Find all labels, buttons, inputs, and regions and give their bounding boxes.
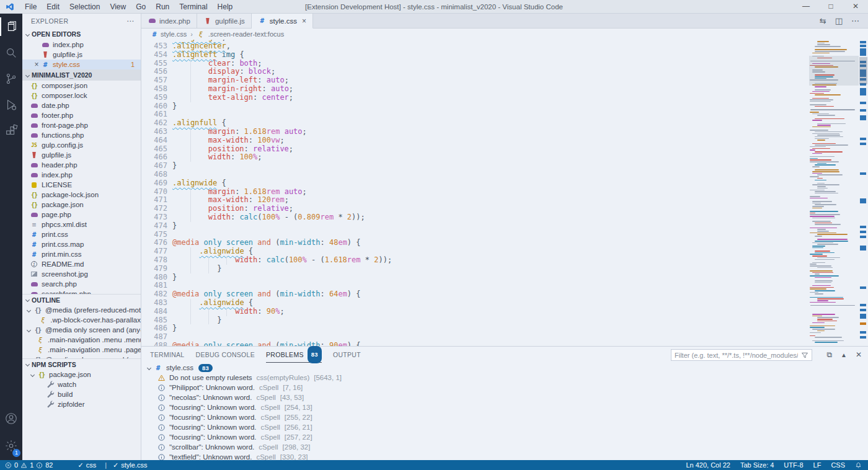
minimize-icon[interactable]: — bbox=[794, 0, 818, 14]
close-icon[interactable]: ✕ bbox=[843, 0, 868, 14]
code-line[interactable]: 455 clear: both; bbox=[141, 60, 809, 68]
problem-row[interactable]: Do not use empty rulesetscss(emptyRules)… bbox=[141, 373, 868, 383]
tree-item[interactable]: {}@media (prefers-reduced-motion... bbox=[22, 305, 141, 315]
code-line[interactable]: 480} bbox=[141, 273, 809, 282]
code-line[interactable]: 483 .alignwide { bbox=[141, 299, 809, 308]
tree-item[interactable]: {}package.json bbox=[22, 370, 141, 379]
tree-item[interactable]: ξ.main-navigation .menu .page_it... bbox=[22, 345, 141, 355]
code-line[interactable]: 488@media only screen and (min-width: 90… bbox=[141, 342, 809, 346]
problem-row[interactable]: "focusring": Unknown word.cSpell[257, 22… bbox=[141, 432, 868, 442]
problem-row[interactable]: "necolas": Unknown word.cSpell[43, 53] bbox=[141, 392, 868, 402]
tree-file[interactable]: page.php bbox=[22, 210, 141, 219]
problem-row[interactable]: "scrollbar": Unknown word.cSpell[298, 32… bbox=[141, 442, 868, 452]
open-changes-icon[interactable]: ⇆ bbox=[820, 16, 826, 25]
code-line[interactable]: 481 bbox=[141, 282, 809, 290]
extensions-icon[interactable] bbox=[0, 118, 22, 144]
tree-file[interactable]: date.php bbox=[22, 100, 141, 110]
tree-item[interactable]: ξ.wp-block-cover.has-parallax bbox=[22, 315, 141, 325]
code-line[interactable]: 482@media only screen and (min-width: 64… bbox=[141, 290, 809, 299]
editor-scrollbar[interactable] bbox=[859, 57, 867, 84]
code-line[interactable]: 486} bbox=[141, 324, 809, 333]
code-line[interactable]: 484 width: 90%; bbox=[141, 308, 809, 316]
more-actions-icon[interactable]: ⋯ bbox=[851, 16, 859, 25]
code-line[interactable]: 487 bbox=[141, 333, 809, 342]
code-line[interactable]: 463 margin: 1.618rem auto; bbox=[141, 128, 809, 136]
more-actions-icon[interactable]: ⋯ bbox=[126, 14, 135, 29]
code-line[interactable]: 457 margin-left: auto; bbox=[141, 76, 809, 85]
problems-file-group[interactable]: #style.css83 bbox=[141, 363, 868, 373]
open-editors-header[interactable]: OPEN EDITORS bbox=[22, 29, 141, 40]
tree-file[interactable]: ≡phpcs.xml.dist bbox=[22, 219, 141, 229]
menu-terminal[interactable]: Terminal bbox=[174, 0, 212, 14]
tree-item[interactable]: zipfolder bbox=[22, 399, 141, 409]
code-line[interactable]: 485 } bbox=[141, 316, 809, 325]
panel-tab-output[interactable]: OUTPUT bbox=[333, 347, 361, 363]
tree-file[interactable]: index.php bbox=[22, 170, 141, 180]
code-line[interactable]: 453.aligncenter, bbox=[141, 42, 809, 51]
code-editor[interactable]: 452.alignright,453.aligncenter,454.align… bbox=[141, 40, 868, 346]
tree-file[interactable]: {}package-lock.json bbox=[22, 190, 141, 200]
panel-tab-debug-console[interactable]: DEBUG CONSOLE bbox=[196, 347, 255, 363]
tree-file[interactable]: gulpfile.js bbox=[22, 150, 141, 160]
status-tab-size[interactable]: Tab Size: 4 bbox=[740, 461, 774, 469]
code-line[interactable]: 471 max-width: 120rem; bbox=[141, 196, 809, 205]
menu-file[interactable]: File bbox=[20, 0, 42, 14]
code-line[interactable]: 460} bbox=[141, 102, 809, 111]
close-panel-icon[interactable]: ✕ bbox=[856, 350, 862, 359]
tree-file[interactable]: {}composer.lock bbox=[22, 91, 141, 100]
settings-gear-icon[interactable]: 1 bbox=[0, 432, 22, 460]
breadcrumb-symbol[interactable]: .screen-reader-text:focus bbox=[208, 30, 284, 38]
code-line[interactable]: 478 width: calc(100% - (1.618rem * 2)); bbox=[141, 256, 809, 265]
tree-file[interactable]: #print.css.map bbox=[22, 239, 141, 249]
problem-row[interactable]: "focusring": Unknown word.cSpell[254, 13… bbox=[141, 402, 868, 412]
explorer-icon[interactable] bbox=[0, 14, 22, 40]
tree-file[interactable]: header.php bbox=[22, 160, 141, 170]
panel-tab-terminal[interactable]: TERMINAL bbox=[150, 347, 185, 363]
panel-tab-problems[interactable]: PROBLEMS83 bbox=[266, 347, 322, 363]
menu-edit[interactable]: Edit bbox=[42, 0, 64, 14]
tab-gulpfile.js[interactable]: gulpfile.js bbox=[197, 14, 252, 28]
problem-row[interactable]: "Philippot": Unknown word.cSpell[7, 16] bbox=[141, 383, 868, 392]
tab-style.css[interactable]: #style.css× bbox=[252, 14, 313, 29]
code-line[interactable]: 470 margin: 1.618rem auto; bbox=[141, 188, 809, 197]
lint-status-file[interactable]: ✓style.css bbox=[113, 461, 147, 469]
status-language-mode[interactable]: CSS bbox=[831, 461, 845, 469]
code-line[interactable]: 479 } bbox=[141, 265, 809, 273]
open-editor-item[interactable]: ×#style.css1 bbox=[22, 60, 141, 69]
tree-file[interactable]: functions.php bbox=[22, 130, 141, 140]
menu-run[interactable]: Run bbox=[151, 0, 174, 14]
menu-go[interactable]: Go bbox=[131, 0, 151, 14]
close-tab-icon[interactable]: × bbox=[302, 17, 306, 25]
search-icon[interactable] bbox=[0, 40, 22, 66]
open-editor-item[interactable]: gulpfile.js bbox=[22, 50, 141, 60]
breadcrumb[interactable]: # style.css › ξ .screen-reader-text:focu… bbox=[141, 29, 868, 40]
code-area[interactable]: 452.alignright,453.aligncenter,454.align… bbox=[141, 40, 809, 346]
minimap-slider[interactable] bbox=[809, 56, 859, 86]
tree-item[interactable]: build bbox=[22, 389, 141, 399]
code-line[interactable]: 473 width: calc(100% - (0.809rem * 2)); bbox=[141, 213, 809, 222]
tree-file[interactable]: footer.php bbox=[22, 110, 141, 120]
code-line[interactable]: 459 text-align: center; bbox=[141, 94, 809, 102]
code-line[interactable]: 477 .alignwide { bbox=[141, 247, 809, 256]
tree-file[interactable]: #print.min.css bbox=[22, 249, 141, 259]
tree-file[interactable]: {}composer.json bbox=[22, 81, 141, 91]
tree-file[interactable]: {}package.json bbox=[22, 200, 141, 210]
status-eol[interactable]: LF bbox=[813, 461, 822, 469]
split-editor-icon[interactable]: ◫ bbox=[835, 16, 843, 25]
open-editor-item[interactable]: index.php bbox=[22, 40, 141, 50]
notifications-bell-icon[interactable] bbox=[855, 462, 862, 469]
tree-file[interactable]: screenshot.jpg bbox=[22, 269, 141, 279]
breadcrumb-file[interactable]: style.css bbox=[161, 30, 187, 38]
menu-help[interactable]: Help bbox=[213, 0, 238, 14]
code-line[interactable]: 462.alignfull { bbox=[141, 119, 809, 128]
code-line[interactable]: 461 bbox=[141, 110, 809, 119]
code-line[interactable]: 476@media only screen and (min-width: 48… bbox=[141, 239, 809, 247]
account-icon[interactable] bbox=[0, 406, 22, 432]
tree-file[interactable]: iREADME.md bbox=[22, 259, 141, 269]
npm-scripts-header[interactable]: NPM SCRIPTS bbox=[22, 358, 141, 370]
problem-row[interactable]: "focusring": Unknown word.cSpell[255, 22… bbox=[141, 412, 868, 422]
code-line[interactable]: 467} bbox=[141, 162, 809, 171]
tree-item[interactable]: ξ.main-navigation .menu .menu-it... bbox=[22, 335, 141, 345]
tree-item[interactable]: watch bbox=[22, 379, 141, 389]
restore-panel-icon[interactable]: ⧉ bbox=[826, 350, 832, 359]
